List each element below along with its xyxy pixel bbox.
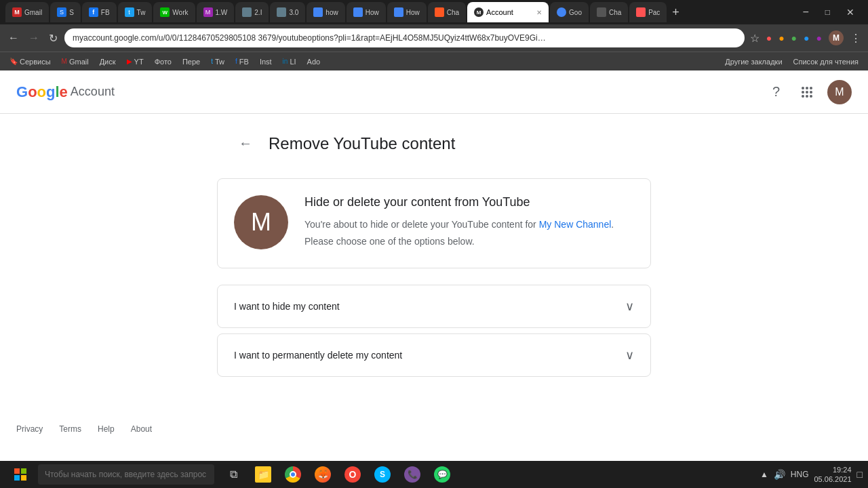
tab-cha[interactable]: Cha	[428, 2, 466, 22]
tab-active[interactable]: M Account ✕	[467, 2, 549, 22]
svg-rect-3	[21, 475, 26, 481]
tab-tw[interactable]: t Tw	[118, 2, 153, 22]
tray-network-icon[interactable]: HNG	[791, 470, 809, 479]
tab-ras[interactable]: Рас	[629, 2, 667, 22]
tab-work[interactable]: W Work	[153, 2, 195, 22]
bookmark-more[interactable]: Другие закладки	[721, 56, 786, 67]
bookmark-drive[interactable]: Диск	[96, 56, 120, 67]
taskbar: ⧉ 📁 🦊 O S 📞 💬 ▲ 🔊 HNG	[0, 461, 868, 488]
tab-s[interactable]: S S	[50, 2, 81, 22]
tab-how3[interactable]: How	[387, 2, 427, 22]
taskbar-app-firefox[interactable]: 🦊	[309, 462, 336, 487]
address-text: myaccount.google.com/u/0/0/1128467052980…	[73, 33, 547, 43]
tab-gmail[interactable]: M Gmail	[5, 2, 49, 22]
taskbar-app-skype[interactable]: S	[369, 462, 396, 487]
tray-sound-icon[interactable]: 🔊	[774, 469, 785, 480]
back-button[interactable]: ←	[233, 130, 258, 157]
bookmark-servisy[interactable]: 🔖 Сервисы	[5, 56, 55, 67]
tray-expand-icon[interactable]: ▲	[760, 470, 768, 479]
bookmarks-bar: 🔖 Сервисы M Gmail Диск ▶ YT Фото Пере t …	[0, 52, 868, 70]
taskbar-app-viber[interactable]: 📞	[399, 462, 426, 487]
footer-privacy[interactable]: Privacy	[16, 424, 43, 434]
bookmark-adobe[interactable]: Ado	[303, 56, 325, 67]
bookmark-yt[interactable]: ▶ YT	[123, 56, 148, 67]
bookmark-inst[interactable]: Inst	[256, 56, 276, 67]
tab-3rows2[interactable]: 3.0	[270, 2, 305, 22]
bookmark-button[interactable]: ☆	[749, 30, 761, 46]
extension-4[interactable]: ●	[802, 31, 810, 45]
tab-fb[interactable]: f FB	[82, 2, 117, 22]
tab-goo[interactable]: Goo	[550, 2, 589, 22]
back-icon: ←	[239, 136, 252, 150]
main-content: ← Remove YouTube content M Hide or delet…	[217, 114, 651, 399]
option-delete[interactable]: I want to permanently delete my content …	[217, 333, 651, 377]
option-hide[interactable]: I want to hide my content ∨	[217, 285, 651, 328]
info-description-2: Please choose one of the options below.	[304, 235, 614, 249]
footer-about[interactable]: About	[131, 424, 152, 434]
bookmark-li[interactable]: in LI	[279, 56, 300, 67]
taskbar-app-whatsapp[interactable]: 💬	[429, 462, 456, 487]
desc-text-1: You're about to hide or delete your YouT…	[304, 219, 536, 230]
window-close-button[interactable]: ✕	[838, 0, 863, 24]
taskbar-app-chrome[interactable]	[279, 462, 307, 487]
taskbar-search-input[interactable]	[38, 464, 214, 485]
apps-icon	[802, 87, 811, 98]
back-nav-button[interactable]: ←	[5, 29, 22, 47]
bookmark-twitter[interactable]: t Tw	[207, 56, 229, 67]
taskbar-app-task-view[interactable]: ⧉	[220, 462, 247, 487]
option-delete-header: I want to permanently delete my content …	[218, 334, 650, 376]
help-button[interactable]: ?	[767, 79, 785, 105]
reload-button[interactable]: ↻	[46, 29, 60, 47]
taskbar-app-file-explorer[interactable]: 📁	[250, 462, 277, 487]
chevron-down-icon-2: ∨	[625, 348, 634, 363]
info-text: Hide or delete your content from YouTube…	[304, 195, 614, 251]
logo-e: e	[60, 83, 68, 100]
info-description: You're about to hide or delete your YouT…	[304, 218, 614, 232]
extension-3[interactable]: ●	[790, 31, 798, 45]
menu-button[interactable]: ⋮	[849, 30, 863, 46]
svg-rect-0	[14, 468, 20, 474]
nav-avatar: M	[829, 30, 844, 45]
bookmark-gmail[interactable]: M Gmail	[58, 56, 93, 67]
extension-2[interactable]: ●	[777, 31, 785, 45]
svg-rect-1	[21, 468, 26, 474]
page-title: Remove YouTube content	[269, 134, 455, 153]
bookmark-photos[interactable]: Фото	[151, 56, 176, 67]
tab-how[interactable]: how	[307, 2, 344, 22]
footer-help[interactable]: Help	[98, 424, 115, 434]
tab-m[interactable]: M 1.W	[197, 2, 235, 22]
bookmark-reading-list[interactable]: Список для чтения	[789, 56, 863, 67]
user-profile-button[interactable]: M	[827, 29, 845, 47]
skype-icon: S	[374, 466, 391, 483]
apps-button[interactable]	[796, 81, 816, 103]
header-actions: ? M	[767, 79, 852, 105]
opera-icon: O	[344, 466, 361, 483]
tab-3rows1[interactable]: 2.I	[235, 2, 269, 22]
extension-5[interactable]: ●	[815, 31, 823, 45]
address-bar[interactable]: myaccount.google.com/u/0/0/1128467052980…	[64, 28, 745, 47]
start-button[interactable]	[5, 462, 35, 487]
taskbar-app-opera[interactable]: O	[339, 462, 366, 487]
tab-cha2[interactable]: Cha	[590, 2, 628, 22]
extension-1[interactable]: ●	[765, 31, 773, 45]
tab-close-icon[interactable]: ✕	[536, 9, 542, 16]
whatsapp-icon: 💬	[434, 466, 450, 483]
window-maximize-button[interactable]: □	[817, 0, 838, 24]
tab-how2[interactable]: How	[347, 2, 386, 22]
logo-g: G	[16, 83, 28, 100]
date-display: 05.06.2021	[814, 474, 851, 484]
avatar[interactable]: M	[827, 80, 852, 104]
task-view-icon: ⧉	[230, 468, 237, 481]
forward-nav-button[interactable]: →	[26, 29, 42, 47]
tab-add-button[interactable]: +	[668, 5, 684, 20]
account-text: Account	[71, 85, 115, 99]
bookmark-translate[interactable]: Пере	[178, 56, 204, 67]
notification-icon[interactable]: □	[857, 469, 863, 480]
clock[interactable]: 19:24 05.06.2021	[814, 465, 851, 485]
logo-g2: g	[46, 83, 55, 100]
bookmark-fb[interactable]: f FB	[231, 56, 253, 67]
footer-terms[interactable]: Terms	[59, 424, 81, 434]
browser-chrome: M Gmail S S f FB t Tw W Work M 1.W 2.I	[0, 0, 868, 70]
window-minimize-button[interactable]: −	[794, 0, 816, 24]
channel-link[interactable]: My New Channel	[539, 219, 612, 230]
